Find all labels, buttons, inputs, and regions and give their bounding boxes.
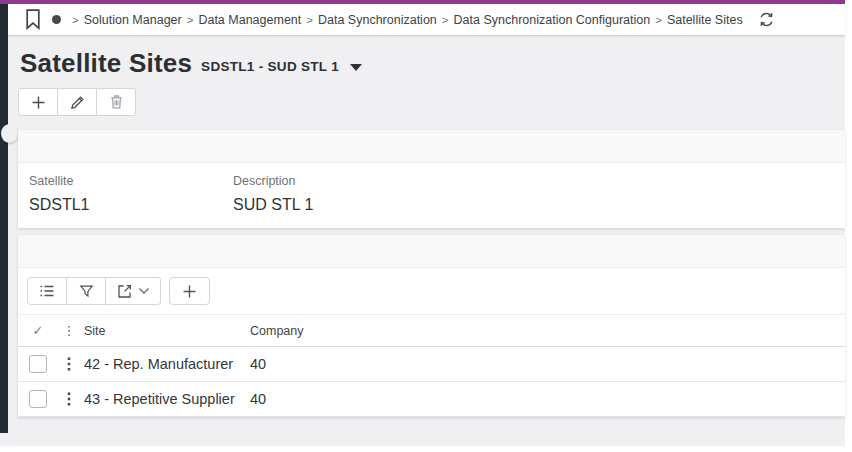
table-row[interactable]: ⋮ 43 - Repetitive Supplier 40 [18,382,845,417]
row-checkbox[interactable] [29,390,47,408]
breadcrumb-separator: > [655,14,662,26]
breadcrumb-item-data-management[interactable]: Data Management [198,13,301,27]
row-checkbox[interactable] [29,355,47,373]
row-menu-icon[interactable]: ⋮ [54,356,84,372]
sites-grid-card: ✓ ⋮ Site Company ⋮ 42 - Rep. Manufacture… [18,235,845,417]
sites-card-header [18,235,845,268]
plus-icon [182,284,197,299]
status-dot-icon [52,15,61,24]
collapsed-left-pane [0,4,8,433]
pencil-icon [70,95,85,110]
refresh-icon[interactable] [758,11,775,28]
context-selector[interactable]: SDSTL1 - SUD STL 1 [201,59,339,74]
grid-toolbar [18,268,845,314]
select-all-icon[interactable]: ✓ [22,323,54,338]
left-pane-toggle[interactable] [1,124,18,143]
record-actions [18,88,136,116]
app-window: > Solution Manager > Data Management > D… [0,0,845,446]
caret-down-icon[interactable] [350,64,362,71]
satellite-field: Satellite SDSTL1 [29,174,233,214]
plus-icon [31,95,46,110]
breadcrumb-separator: > [187,14,194,26]
list-icon [39,284,55,298]
cell-company: 40 [250,356,845,372]
breadcrumb-item-data-sync-configuration[interactable]: Data Synchronization Configuration [454,13,651,27]
satellite-label: Satellite [29,174,233,188]
export-icon [117,284,132,299]
breadcrumb-item-data-synchronization[interactable]: Data Synchronization [318,13,437,27]
satellite-value: SDSTL1 [29,196,233,214]
satellite-detail-card: Satellite SDSTL1 Description SUD STL 1 [18,130,845,228]
row-height-button[interactable] [27,277,67,305]
breadcrumb-separator: > [306,14,313,26]
breadcrumb-separator: > [442,14,449,26]
breadcrumb-separator: > [72,14,79,26]
page-header: Satellite Sites SDSTL1 - SUD STL 1 [20,48,362,79]
bookmark-icon[interactable] [25,9,41,30]
description-value: SUD STL 1 [233,196,437,214]
page-title: Satellite Sites [20,48,192,79]
table-row[interactable]: ⋮ 42 - Rep. Manufacturer 40 [18,347,845,382]
breadcrumb-item-satellite-sites[interactable]: Satellite Sites [667,13,743,27]
filter-button[interactable] [66,277,106,305]
cell-site: 43 - Repetitive Supplier [84,391,250,407]
breadcrumb-item-solution-manager[interactable]: Solution Manager [84,13,182,27]
description-label: Description [233,174,437,188]
chevron-down-icon [138,287,150,295]
breadcrumb: > Solution Manager > Data Management > D… [67,13,743,27]
edit-record-button[interactable] [57,88,97,116]
trash-icon [109,94,124,110]
add-site-button[interactable] [169,277,210,305]
row-menu-icon[interactable]: ⋮ [54,391,84,407]
column-header-company[interactable]: Company [250,324,845,338]
satellite-card-header [18,130,845,163]
grid-header-row: ✓ ⋮ Site Company [18,314,845,347]
breadcrumb-bar: > Solution Manager > Data Management > D… [8,4,845,36]
new-record-button[interactable] [18,88,58,116]
column-header-site[interactable]: Site [84,324,250,338]
header-row-menu-icon[interactable]: ⋮ [54,324,84,337]
filter-icon [79,284,94,299]
satellite-form: Satellite SDSTL1 Description SUD STL 1 [18,163,845,214]
description-field: Description SUD STL 1 [233,174,437,214]
cell-company: 40 [250,391,845,407]
export-button[interactable] [105,277,161,305]
cell-site: 42 - Rep. Manufacturer [84,356,250,372]
delete-record-button[interactable] [96,88,136,116]
